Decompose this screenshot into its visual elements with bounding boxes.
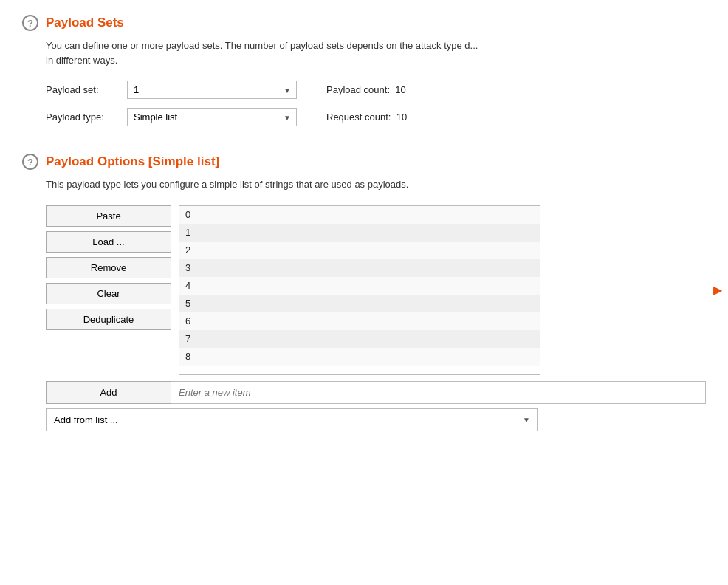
scroll-arrow-icon: ▶	[713, 284, 722, 296]
page-container: ? Payload Sets You can define one or mor…	[0, 0, 728, 446]
list-item[interactable]: 8	[179, 348, 540, 366]
add-item-row: Add	[46, 381, 706, 404]
deduplicate-button[interactable]: Deduplicate	[46, 309, 171, 330]
payload-set-select[interactable]: 1 2 3	[127, 81, 297, 99]
list-item[interactable]: 6	[179, 312, 540, 330]
load-button[interactable]: Load ...	[46, 231, 171, 253]
add-from-list-row: Add from list ...	[46, 408, 706, 431]
payload-options-description: This payload type lets you configure a s…	[46, 177, 706, 192]
payload-set-select-wrapper: 1 2 3	[127, 81, 297, 99]
section-divider	[22, 140, 706, 140]
payload-options-help-icon[interactable]: ?	[22, 154, 38, 170]
list-item[interactable]: 2	[179, 242, 540, 259]
clear-button[interactable]: Clear	[46, 283, 171, 304]
payload-list-box[interactable]: 0 1 2 3 4 5 6 7 8	[179, 205, 540, 375]
list-item[interactable]: 5	[179, 295, 540, 312]
add-item-input[interactable]	[171, 381, 706, 404]
add-from-list-select[interactable]: Add from list ...	[46, 408, 538, 431]
payload-options-header: ? Payload Options [Simple list]	[22, 154, 706, 170]
payload-set-label: Payload set:	[46, 84, 120, 95]
list-area: Paste Load ... Remove Clear Deduplicate …	[46, 205, 706, 375]
payload-set-row: Payload set: 1 2 3 Payload count: 10	[46, 81, 706, 99]
payload-type-select-wrapper: Simple list Runtime file Custom iterator…	[127, 108, 297, 126]
request-count-stat: Request count: 10	[326, 112, 407, 123]
list-item[interactable]: 4	[179, 277, 540, 295]
payload-type-label: Payload type:	[46, 112, 120, 123]
action-buttons-column: Paste Load ... Remove Clear Deduplicate	[46, 205, 171, 375]
payload-options-body: Paste Load ... Remove Clear Deduplicate …	[46, 205, 706, 431]
payload-sets-title: Payload Sets	[46, 16, 124, 30]
list-box-wrapper: 0 1 2 3 4 5 6 7 8 ▶	[179, 205, 706, 375]
list-item[interactable]: 1	[179, 224, 540, 242]
payload-sets-header: ? Payload Sets	[22, 15, 706, 31]
payload-options-title: Payload Options [Simple list]	[46, 154, 219, 169]
payload-sets-help-icon[interactable]: ?	[22, 15, 38, 31]
list-item[interactable]: 3	[179, 259, 540, 277]
payload-sets-description: You can define one or more payload sets.…	[46, 38, 706, 67]
payload-count-stat: Payload count: 10	[326, 84, 406, 95]
paste-button[interactable]: Paste	[46, 205, 171, 227]
payload-type-row: Payload type: Simple list Runtime file C…	[46, 108, 706, 126]
add-button[interactable]: Add	[46, 381, 171, 404]
add-from-list-select-wrapper: Add from list ...	[46, 408, 538, 431]
remove-button[interactable]: Remove	[46, 257, 171, 278]
payload-type-select[interactable]: Simple list Runtime file Custom iterator…	[127, 108, 297, 126]
list-item[interactable]: 0	[179, 206, 540, 224]
list-item[interactable]: 7	[179, 330, 540, 348]
